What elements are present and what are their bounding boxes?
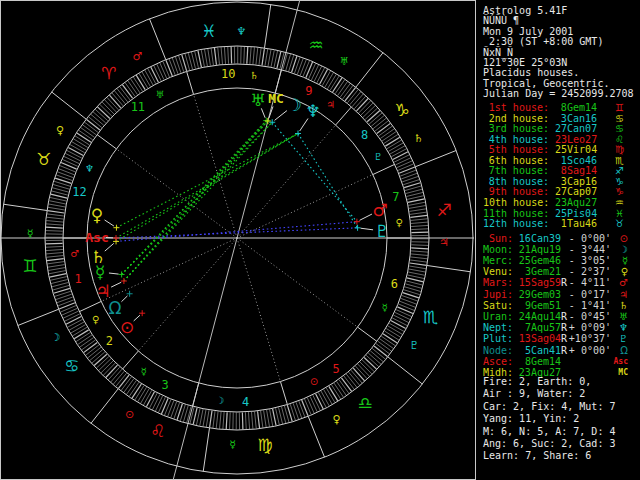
planet-delta: - 0°45' bbox=[567, 312, 611, 322]
degree-tick bbox=[309, 63, 316, 79]
degree-tick bbox=[203, 410, 206, 427]
house-row-1: 1st house: 8Gem14♊ bbox=[483, 103, 633, 113]
degree-tick bbox=[152, 395, 160, 410]
aspect-trine-jupiter-uranus bbox=[124, 121, 266, 281]
degree-tick bbox=[395, 158, 410, 165]
degree-tick bbox=[206, 410, 209, 427]
degree-tick bbox=[191, 52, 195, 69]
degree-tick bbox=[46, 224, 63, 225]
planet-delta: - 3°44' bbox=[567, 245, 611, 255]
degree-tick bbox=[71, 325, 86, 333]
degree-tick bbox=[262, 48, 264, 65]
degree-tick bbox=[391, 321, 406, 329]
house-label: 11th house: bbox=[483, 209, 549, 219]
degree-tick bbox=[142, 72, 150, 87]
house-label: 5th house: bbox=[483, 145, 549, 155]
house-row-4: 4th house: 23Leo27♌ bbox=[483, 135, 633, 145]
aspect-opposition-asc-pluto bbox=[116, 228, 358, 238]
house-ruler-8-icon: ♇ bbox=[374, 151, 383, 162]
degree-tick bbox=[205, 49, 208, 66]
sign-glyph-capricorn-icon: ♑ bbox=[395, 100, 410, 120]
degree-tick bbox=[408, 202, 425, 205]
sign-divider bbox=[388, 357, 423, 384]
degree-tick bbox=[158, 397, 165, 413]
degree-tick bbox=[46, 231, 63, 232]
sign-glyph-cancer-icon: ♋ bbox=[64, 356, 79, 376]
sign-ruler-capricorn-icon: ♄ bbox=[414, 132, 424, 145]
degree-tick bbox=[214, 48, 216, 65]
pointer-line-saturn bbox=[105, 243, 114, 251]
degree-tick bbox=[83, 125, 97, 135]
pointer-line-jupiter bbox=[111, 282, 121, 287]
degree-tick bbox=[65, 314, 80, 321]
degree-tick bbox=[409, 266, 426, 269]
degree-tick bbox=[62, 159, 78, 166]
degree-tick bbox=[138, 387, 147, 402]
planet-symbol-icon: MC bbox=[618, 368, 628, 378]
tally-line-1: Air : 9, Water: 2 bbox=[483, 389, 585, 399]
planet-symbol-icon: Asc bbox=[614, 357, 628, 367]
planet-row-node: Node:5Can41R+ 0°00'Ω bbox=[483, 346, 635, 356]
degree-tick bbox=[151, 67, 159, 82]
degree-tick bbox=[244, 47, 245, 64]
sign-ruler-sagittarius-icon: ♃ bbox=[439, 236, 449, 249]
house-label: 7th house: bbox=[483, 166, 549, 176]
degree-tick bbox=[390, 146, 405, 154]
pointer-line-venus bbox=[105, 220, 114, 226]
degree-tick bbox=[380, 129, 394, 139]
degree-tick bbox=[59, 303, 75, 309]
tally-line-5: Ang: 6, Suc: 2, Cad: 3 bbox=[483, 439, 615, 449]
degree-tick bbox=[329, 386, 338, 400]
degree-tick bbox=[195, 51, 199, 68]
degree-tick bbox=[74, 330, 88, 339]
degree-tick bbox=[252, 412, 253, 429]
degree-tick bbox=[66, 317, 81, 325]
degree-tick bbox=[58, 300, 74, 306]
degree-tick bbox=[411, 229, 428, 230]
house-number-6: 6 bbox=[391, 277, 398, 291]
degree-tick bbox=[63, 311, 78, 318]
sign-divider bbox=[427, 265, 471, 271]
degree-tick bbox=[48, 268, 65, 271]
degree-tick bbox=[165, 400, 171, 416]
degree-tick bbox=[128, 81, 138, 95]
degree-tick bbox=[62, 308, 78, 315]
degree-tick bbox=[80, 338, 94, 348]
aspect-trine-asc-neptune bbox=[116, 134, 298, 238]
degree-tick bbox=[136, 75, 145, 89]
house-divider-2 bbox=[79, 301, 101, 311]
degree-tick bbox=[247, 47, 248, 64]
planet-symbol-icon: ♂ bbox=[619, 278, 628, 288]
degree-tick bbox=[321, 391, 329, 406]
degree-tick bbox=[400, 301, 416, 307]
sign-ruler-gemini-icon: ☿ bbox=[27, 227, 34, 240]
house-label: 1st house: bbox=[483, 103, 549, 113]
degree-tick bbox=[398, 164, 414, 171]
degree-tick bbox=[168, 401, 174, 417]
degree-tick bbox=[47, 211, 64, 213]
degree-tick bbox=[397, 161, 413, 168]
house-label: 2nd house: bbox=[483, 114, 549, 124]
planet-delta: + 0°09' bbox=[567, 323, 611, 333]
degree-tick bbox=[273, 409, 276, 426]
pointer-line-sun bbox=[134, 315, 140, 321]
degree-tick bbox=[274, 51, 278, 68]
aspect-trine-jupiter-moon bbox=[124, 122, 272, 281]
planet-label: Uran: bbox=[483, 312, 513, 322]
sign-glyph-scorpio-icon: ♏ bbox=[423, 307, 438, 327]
degree-tick bbox=[245, 412, 246, 429]
planet-label: Asce: bbox=[483, 357, 513, 367]
degree-tick bbox=[51, 280, 68, 284]
aspect-trine-saturn-neptune bbox=[116, 134, 298, 242]
degree-tick bbox=[166, 60, 172, 76]
degree-tick bbox=[171, 402, 177, 418]
house-ruler-5-icon: ⊙ bbox=[310, 376, 318, 387]
degree-tick bbox=[49, 201, 66, 204]
house-ruler-10-icon: ♄ bbox=[249, 70, 258, 81]
planet-row-nept: Nept:7Aqu57R+ 0°09'♆ bbox=[483, 323, 635, 333]
aspect-trine-mercury-uranus bbox=[122, 121, 267, 275]
degree-tick bbox=[338, 82, 348, 96]
house-divider-6 bbox=[358, 327, 377, 341]
degree-tick bbox=[127, 381, 137, 395]
wheel-planet-sun-icon: ⊙ bbox=[120, 317, 134, 337]
